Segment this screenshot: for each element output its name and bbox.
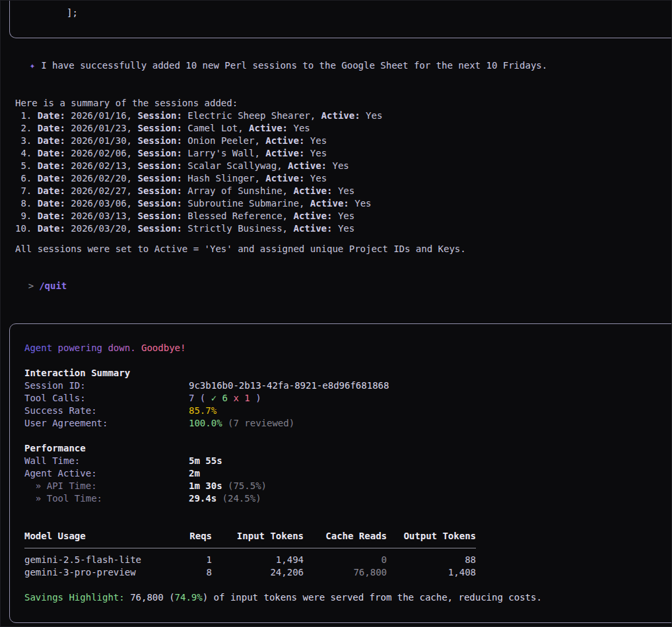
active-label: Active: xyxy=(321,110,360,121)
terminal-screen[interactable]: ]; ✦I have successfully added 10 new Per… xyxy=(0,0,672,627)
model-name: gemini-3-pro-preview xyxy=(24,566,176,579)
user-agreement-note: (7 reviewed) xyxy=(222,418,295,428)
active-value: Yes xyxy=(332,223,354,234)
prompt-chevron-icon: > xyxy=(28,280,34,291)
date-value: 2026/03/06, xyxy=(65,198,138,209)
active-label: Active: xyxy=(310,198,349,209)
session-row: 8. Date: 2026/03/06, Session: Subroutine… xyxy=(15,197,671,210)
sparkle-icon: ✦ xyxy=(30,60,35,71)
savings-description: ) of input tokens were served from the c… xyxy=(203,592,542,603)
active-value: Yes xyxy=(332,185,354,196)
session-label: Session: xyxy=(137,160,182,171)
summary-intro: Here is a summary of the sessions added: xyxy=(15,97,671,110)
wall-time-value: 5m 55s xyxy=(189,455,222,466)
date-label: Date: xyxy=(38,135,65,146)
session-row: 10. Date: 2026/03/20, Session: Strictly … xyxy=(15,222,671,235)
user-agreement-label: User Agreement: xyxy=(24,417,189,430)
session-number: 10. xyxy=(15,223,38,234)
session-number: 7. xyxy=(15,185,38,196)
session-row: 3. Date: 2026/01/30, Session: Onion Peel… xyxy=(15,135,671,147)
quit-command-line: >/quit xyxy=(1,267,671,305)
reqs-value: 1 xyxy=(176,554,212,566)
session-name: Blessed Reference, xyxy=(182,211,294,221)
output-tokens-value: 1,408 xyxy=(387,566,476,579)
active-value: Yes xyxy=(327,160,349,171)
output-tokens-value: 88 xyxy=(387,554,476,566)
session-number: 9. xyxy=(15,211,38,221)
date-value: 2026/02/20, xyxy=(65,173,138,183)
session-name: Subroutine Submarine, xyxy=(182,198,310,209)
interaction-summary-title: Interaction Summary xyxy=(24,367,672,380)
date-value: 2026/01/23, xyxy=(65,123,138,133)
model-name: gemini-2.5-flash-lite xyxy=(24,554,176,566)
goodbye-message: Agent powering down. Goodbye! xyxy=(24,342,672,354)
wall-time-row: Wall Time:5m 55s xyxy=(24,455,672,467)
session-label: Session: xyxy=(137,123,182,133)
date-label: Date: xyxy=(38,173,65,183)
session-row: 1. Date: 2026/01/16, Session: Electric S… xyxy=(15,110,671,122)
active-label: Active: xyxy=(293,185,332,196)
session-name: Electric Sheep Shearer, xyxy=(182,110,321,121)
date-label: Date: xyxy=(38,148,65,158)
date-label: Date: xyxy=(38,211,65,221)
session-label: Session: xyxy=(137,223,182,234)
agent-active-value: 2m xyxy=(189,468,200,478)
reqs-value: 8 xyxy=(176,566,212,579)
session-row: 4. Date: 2026/02/06, Session: Larry's Wa… xyxy=(15,147,671,160)
summary-outro: All sessions were set to Active = 'Yes' … xyxy=(15,243,671,255)
agent-active-row: Agent Active:2m xyxy=(24,467,672,480)
session-label: Session: xyxy=(137,148,182,158)
active-value: Yes xyxy=(288,123,310,133)
date-label: Date: xyxy=(38,223,65,234)
date-value: 2026/02/13, xyxy=(65,160,138,171)
session-number: 6. xyxy=(15,173,38,183)
active-label: Active: xyxy=(265,135,304,146)
success-rate-label: Success Rate: xyxy=(24,405,189,417)
tool-calls-failed: x 1 xyxy=(228,393,250,403)
goodbye-word: Agent xyxy=(24,343,58,353)
active-value: Yes xyxy=(304,148,327,158)
api-time-row: » API Time:1m 30s (75.5%) xyxy=(24,480,672,492)
user-agreement-row: User Agreement:100.0% (7 reviewed) xyxy=(24,417,672,430)
tool-calls-close: ) xyxy=(250,393,261,403)
session-summary: Here is a summary of the sessions added:… xyxy=(1,97,671,255)
active-label: Active: xyxy=(249,123,288,133)
session-label: Session: xyxy=(137,211,182,221)
model-usage-row: gemini-2.5-flash-lite 1 1,494 0 88 xyxy=(24,554,672,566)
session-label: Session: xyxy=(137,173,182,183)
session-name: Strictly Business, xyxy=(182,223,294,234)
active-value: Yes xyxy=(304,135,327,146)
model-usage-table: Model Usage Reqs Input Tokens Cache Read… xyxy=(24,530,672,579)
tool-time-row: » Tool Time:29.4s (24.5%) xyxy=(24,492,672,505)
session-label: Session: xyxy=(137,198,182,209)
session-number: 3. xyxy=(15,135,38,146)
tool-time-percent: (24.5%) xyxy=(217,493,261,504)
success-rate-row: Success Rate:85.7% xyxy=(24,405,672,417)
session-id-row: Session ID:9c3b16b0-2b13-42fa-8921-e8d96… xyxy=(24,380,672,392)
date-value: 2026/03/20, xyxy=(65,223,138,234)
cache-reads-value: 0 xyxy=(304,554,387,566)
tool-calls-success: ✓ 6 xyxy=(211,393,228,403)
active-value: Yes xyxy=(304,173,327,183)
session-name: Array of Sunshine, xyxy=(182,185,294,196)
date-label: Date: xyxy=(38,123,65,133)
session-id-label: Session ID: xyxy=(24,380,189,392)
date-label: Date: xyxy=(38,160,65,171)
session-number: 8. xyxy=(15,198,38,209)
assistant-message: ✦I have successfully added 10 new Perl s… xyxy=(1,47,671,84)
header-model-usage: Model Usage xyxy=(24,530,176,543)
session-name: Larry's Wall, xyxy=(182,148,265,158)
api-time-label: » API Time: xyxy=(24,480,189,492)
active-value: Yes xyxy=(360,110,383,121)
code-output-box: ]; xyxy=(9,1,672,38)
goodbye-word: Goodbye! xyxy=(141,343,185,353)
code-line: ]; xyxy=(67,7,78,18)
date-label: Date: xyxy=(38,110,65,121)
wall-time-label: Wall Time: xyxy=(24,455,189,467)
goodbye-word: down. xyxy=(108,343,141,353)
tool-calls-total: 7 ( xyxy=(189,393,211,403)
api-time-percent: (75.5%) xyxy=(222,480,267,491)
active-label: Active: xyxy=(293,223,332,234)
header-cache-reads: Cache Reads xyxy=(304,530,387,543)
tool-calls-row: Tool Calls:7 ( ✓ 6 x 1 ) xyxy=(24,392,672,405)
